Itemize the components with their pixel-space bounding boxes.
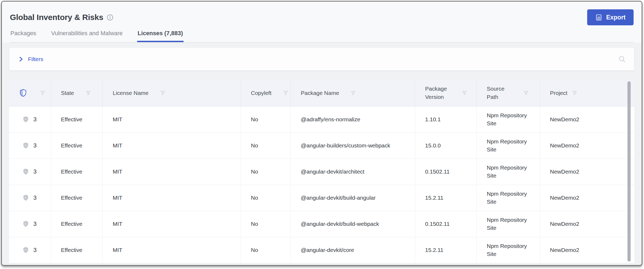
cell-copyleft: No	[241, 159, 291, 185]
cell-package-version: 1.10.1	[415, 106, 476, 133]
filter-funnel-icon[interactable]	[523, 90, 529, 96]
table-row[interactable]: L 3 Effective MIT No @angular-builders/c…	[9, 133, 634, 159]
cell-license-name: MIT	[102, 133, 241, 159]
cell-source-path: Npm Repository Site	[476, 159, 540, 185]
cell-project: NewDemo2	[540, 106, 634, 133]
cell-package-name: @adraffy/ens-normalize	[291, 106, 415, 133]
table-header: State License Name	[9, 80, 634, 106]
filter-funnel-icon[interactable]	[572, 90, 578, 96]
cell-package-version: 15.2.11	[415, 185, 476, 211]
cell-license-name: MIT	[102, 185, 241, 211]
cell-source-path: Npm Repository Site	[476, 185, 540, 211]
cell-copyleft: No	[241, 211, 291, 237]
svg-text:L: L	[25, 222, 27, 225]
info-icon[interactable]	[106, 14, 114, 21]
cell-project: NewDemo2	[540, 159, 634, 185]
svg-text:L: L	[25, 196, 27, 199]
cell-package-version: 15.0.0	[415, 133, 476, 159]
column-header-package-version: Package Version	[415, 80, 476, 106]
license-shield-icon: L	[23, 168, 29, 175]
filter-funnel-icon[interactable]	[160, 90, 166, 96]
filters-label: Filters	[28, 56, 43, 62]
table-row[interactable]: L 3 Effective MIT No @angular-devkit/cor…	[9, 237, 634, 263]
svg-text:L: L	[25, 248, 27, 251]
filter-funnel-icon[interactable]	[462, 90, 467, 96]
svg-text:L: L	[25, 170, 27, 173]
cell-risk-count: L 3	[9, 237, 51, 263]
chevron-right-icon	[17, 56, 24, 63]
cell-source-path: Npm Repository Site	[476, 211, 540, 237]
cell-risk-count: L 3	[9, 133, 51, 159]
cell-risk-count: L 3	[9, 159, 51, 185]
filters-bar: Filters	[9, 47, 634, 71]
main-content: Filters	[2, 43, 642, 263]
cell-state: Effective	[51, 106, 102, 133]
filter-funnel-icon[interactable]	[85, 90, 91, 96]
column-header-copyleft: Copyleft	[241, 80, 291, 106]
column-header-risk-shield	[9, 80, 51, 106]
cell-package-name: @angular-devkit/build-angular	[291, 185, 415, 211]
column-header-project: Project	[540, 80, 634, 106]
tab-packages[interactable]: Packages	[10, 27, 37, 42]
svg-text:L: L	[25, 118, 27, 121]
filter-funnel-icon[interactable]	[283, 90, 289, 96]
cell-source-path: Npm Repository Site	[476, 237, 540, 263]
tab-vulnerabilities-and-malware[interactable]: Vulnerabilities and Malware	[51, 27, 123, 42]
column-header-package-name: Package Name	[291, 80, 415, 106]
scrollbar-thumb[interactable]	[627, 81, 631, 262]
page-header: Global Inventory & Risks	[2, 2, 642, 43]
table-row[interactable]: L 3 Effective MIT No @angular-devkit/bui…	[9, 185, 634, 211]
cell-license-name: MIT	[102, 159, 241, 185]
cell-package-version: 15.2.11	[415, 237, 476, 263]
cell-source-path: Npm Repository Site	[476, 133, 540, 159]
cell-copyleft: No	[241, 133, 291, 159]
column-header-state: State	[51, 80, 102, 106]
cell-license-name: MIT	[102, 237, 241, 263]
cell-copyleft: No	[241, 185, 291, 211]
column-header-source-path: Source Path	[476, 80, 540, 106]
export-label: Export	[606, 14, 626, 21]
cell-copyleft: No	[241, 106, 291, 133]
table-row[interactable]: L 3 Effective MIT No @angular-devkit/arc…	[9, 159, 634, 185]
export-button[interactable]: Export	[587, 9, 634, 25]
cell-source-path: Npm Repository Site	[476, 106, 540, 133]
cell-project: NewDemo2	[540, 133, 634, 159]
cell-package-name: @angular-builders/custom-webpack	[291, 133, 415, 159]
vertical-scrollbar[interactable]	[627, 81, 631, 263]
svg-text:L: L	[25, 144, 27, 147]
cell-project: NewDemo2	[540, 185, 634, 211]
table-row[interactable]: L 3 Effective MIT No @angular-devkit/bui…	[9, 211, 634, 237]
cell-package-name: @angular-devkit/architect	[291, 159, 415, 185]
tab-licenses[interactable]: Licenses (7,883)	[137, 27, 184, 42]
cell-state: Effective	[51, 133, 102, 159]
app-window: Global Inventory & Risks	[1, 1, 642, 266]
filter-funnel-icon[interactable]	[40, 90, 46, 96]
cell-risk-count: L 3	[9, 106, 51, 133]
cell-package-version: 0.1502.11	[415, 159, 476, 185]
page-title: Global Inventory & Risks	[10, 13, 103, 22]
cell-license-name: MIT	[102, 106, 241, 133]
cell-license-name: MIT	[102, 211, 241, 237]
cell-package-name: @angular-devkit/core	[291, 237, 415, 263]
cell-project: NewDemo2	[540, 237, 634, 263]
cell-state: Effective	[51, 237, 102, 263]
license-shield-icon: L	[23, 247, 29, 253]
cell-state: Effective	[51, 159, 102, 185]
licenses-table-panel: State License Name	[9, 80, 634, 263]
cell-risk-count: L 3	[9, 185, 51, 211]
licenses-table: State License Name	[9, 80, 634, 263]
filter-funnel-icon[interactable]	[350, 90, 356, 96]
table-row[interactable]: L 3 Effective MIT No @adraffy/ens-normal…	[9, 106, 634, 133]
cell-package-version: 0.1502.11	[415, 211, 476, 237]
license-shield-icon	[20, 89, 26, 97]
license-shield-icon: L	[23, 220, 29, 227]
column-header-license-name: License Name	[102, 80, 241, 106]
license-shield-icon: L	[23, 142, 29, 149]
cell-package-name: @angular-devkit/build-webpack	[291, 211, 415, 237]
cell-state: Effective	[51, 185, 102, 211]
license-shield-icon: L	[23, 194, 29, 201]
cell-copyleft: No	[241, 237, 291, 263]
search-icon[interactable]	[618, 55, 626, 63]
filters-toggle[interactable]: Filters	[17, 56, 43, 63]
cell-risk-count: L 3	[9, 211, 51, 237]
